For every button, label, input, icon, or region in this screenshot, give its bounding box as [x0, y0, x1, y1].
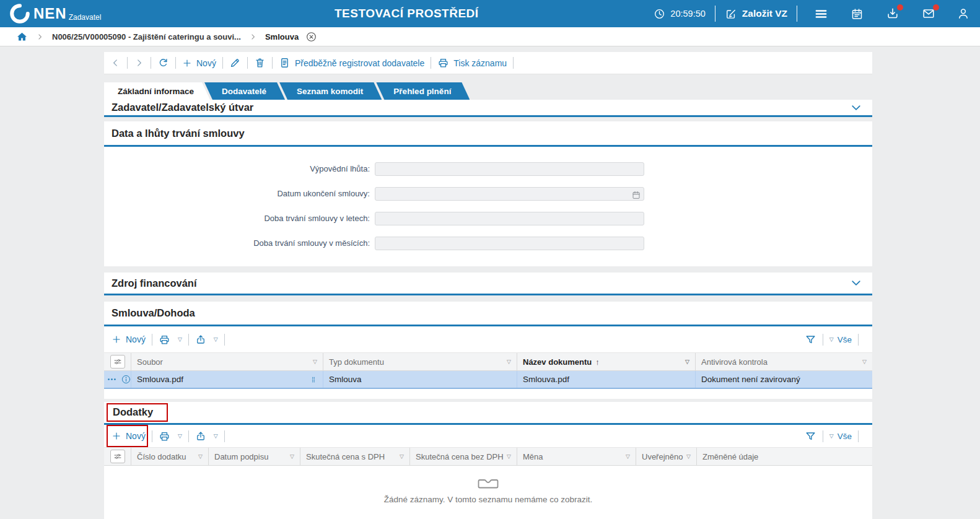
section-zadavatel-collapse-button[interactable] [850, 102, 862, 114]
preregister-supplier-button[interactable]: Předběžně registrovat dodavatele [279, 57, 424, 69]
home-button[interactable] [16, 31, 28, 43]
create-vz-button[interactable]: Založit VZ [725, 7, 787, 20]
row-info-button[interactable] [121, 374, 131, 385]
column-filter-icon[interactable]: ▽ [686, 453, 691, 460]
smlouva-view-all-button[interactable]: ▽Vše [829, 335, 852, 344]
user-profile-button[interactable] [956, 7, 970, 20]
delete-button[interactable] [254, 57, 266, 69]
tab-zakladni-informace[interactable]: Základní informace [104, 82, 210, 100]
funnel-icon [805, 430, 816, 442]
column-header-mena[interactable]: Měna▽ [517, 448, 636, 465]
column-header-datum-podpisu[interactable]: Datum podpisu▽ [209, 448, 300, 465]
preregister-supplier-label: Předběžně registrovat dodavatele [295, 58, 424, 68]
column-filter-icon[interactable]: ▽ [507, 453, 511, 460]
column-header-cena-bez-dph[interactable]: Skutečná cena bez DPH▽ [410, 448, 517, 465]
column-header-cena-s-dph[interactable]: Skutečná cena s DPH▽ [300, 448, 410, 465]
section-zadavatel-title: Zadavatel/Zadavatelský útvar [112, 102, 253, 113]
cell-antivirova-kontrola: Dokument není zavirovaný [701, 375, 800, 384]
divider [222, 57, 223, 69]
server-time: 20:59:50 [654, 8, 705, 20]
smlouva-filter-button[interactable] [805, 334, 816, 346]
tab-prehled-plneni[interactable]: Přehled plnění [376, 82, 470, 100]
brand-name: NEN [33, 6, 67, 21]
field-doba-mesicich-input[interactable] [375, 237, 644, 250]
divider [152, 334, 152, 346]
plus-icon [112, 431, 121, 441]
smlouva-new-button[interactable]: Nový [112, 334, 146, 344]
column-header-uverejneno[interactable]: Uveřejněno▽ [636, 448, 697, 465]
column-filter-icon[interactable]: ▽ [685, 359, 689, 365]
column-filter-icon[interactable]: ▽ [507, 359, 511, 365]
dodatky-filter-button[interactable] [805, 430, 816, 442]
messages-button[interactable] [922, 7, 935, 20]
column-filter-icon[interactable]: ▽ [198, 453, 203, 460]
column-label: Antivirová kontrola [701, 357, 768, 367]
column-header-soubor[interactable]: Soubor▽ [131, 353, 323, 370]
section-zdroj-financovani: Zdroj financování [104, 273, 872, 295]
main-menu-button[interactable] [814, 7, 828, 21]
refresh-button[interactable] [157, 57, 169, 69]
breadcrumb-chevron-icon [36, 33, 44, 41]
section-zdroj-collapse-button[interactable] [850, 277, 862, 289]
dropdown-triangle-icon: ▽ [829, 433, 834, 439]
dodatky-view-all-button[interactable]: ▽Vše [829, 432, 852, 441]
column-filter-icon[interactable]: ▽ [626, 453, 630, 460]
calendar-small-icon [631, 190, 641, 200]
annotation-red-box: Dodatky [107, 403, 168, 422]
column-label: Soubor [137, 357, 163, 367]
tab-seznam-komodit[interactable]: Seznam komodit [279, 82, 382, 100]
close-circle-icon [305, 31, 317, 43]
chevron-down-icon [850, 102, 862, 114]
column-filter-icon[interactable]: ▽ [290, 453, 294, 460]
dropdown-triangle-icon: ▽ [178, 433, 182, 439]
column-header-zmenene-udaje[interactable]: Změněné údaje [697, 448, 872, 465]
datepicker-button[interactable] [631, 189, 641, 200]
breadcrumb-item-procurement[interactable]: N006/25/V00005090 - Zajištění cateringu … [52, 32, 241, 41]
field-doba-letech-input[interactable] [375, 212, 644, 225]
tab-dodavatele[interactable]: Dodavatelé [204, 82, 285, 100]
column-settings-button[interactable] [104, 448, 131, 465]
column-settings-button[interactable] [104, 353, 131, 370]
divider [823, 334, 823, 346]
dodatky-new-button[interactable]: Nový [112, 431, 146, 441]
divider [513, 57, 514, 69]
smlouva-export-button[interactable]: ▽ [195, 334, 218, 345]
dodatky-print-button[interactable]: ▽ [159, 430, 182, 442]
smlouva-print-button[interactable]: ▽ [159, 334, 182, 346]
record-tabs: Základní informace Dodavatelé Seznam kom… [104, 82, 470, 100]
section-dodatky-title: Dodatky [113, 406, 153, 417]
new-record-button[interactable]: Nový [182, 58, 216, 68]
column-header-nazev-dokumentu[interactable]: Název dokumentu↑▽ [517, 353, 696, 370]
row-actions-button[interactable] [107, 374, 117, 385]
user-icon [956, 7, 970, 20]
column-header-cislo-dodatku[interactable]: Číslo dodatku▽ [131, 448, 209, 465]
ellipsis-icon [107, 374, 117, 385]
drag-handle-icon[interactable] [310, 373, 317, 386]
export-icon [195, 334, 206, 345]
nen-logo[interactable]: NEN Zadavatel [0, 4, 101, 24]
dodatky-export-button[interactable]: ▽ [195, 430, 218, 442]
environment-title: TESTOVACÍ PROSTŘEDÍ [335, 0, 479, 27]
smlouva-table-header: Soubor▽ Typ dokumentu▽ Název dokumentu↑▽… [104, 352, 872, 371]
plus-icon [182, 58, 192, 68]
column-filter-icon[interactable]: ▽ [862, 359, 867, 365]
chevron-down-icon [850, 277, 862, 289]
column-header-typ-dokumentu[interactable]: Typ dokumentu▽ [323, 353, 517, 370]
divider [715, 6, 715, 22]
document-icon [279, 57, 291, 69]
column-filter-icon[interactable]: ▽ [400, 453, 404, 460]
calendar-button[interactable] [851, 7, 864, 20]
smlouva-table-row-selected[interactable]: Smlouva.pdf Smlouva Smlouva.pdf Dokument… [104, 371, 872, 389]
field-datum-ukonceni-input[interactable] [375, 187, 644, 201]
nav-previous-button[interactable] [110, 58, 121, 68]
column-header-antivirova-kontrola[interactable]: Antivirová kontrola▽ [696, 353, 872, 370]
downloads-button[interactable] [886, 7, 899, 20]
print-record-button[interactable]: Tisk záznamu [437, 57, 507, 69]
field-vypovedni-lhuta-input[interactable] [375, 162, 644, 176]
close-record-button[interactable] [305, 31, 317, 43]
column-filter-icon[interactable]: ▽ [313, 359, 317, 365]
nav-next-button[interactable] [134, 58, 144, 68]
edit-button[interactable] [229, 57, 241, 69]
divider [272, 57, 273, 69]
nen-logo-icon [10, 4, 30, 24]
